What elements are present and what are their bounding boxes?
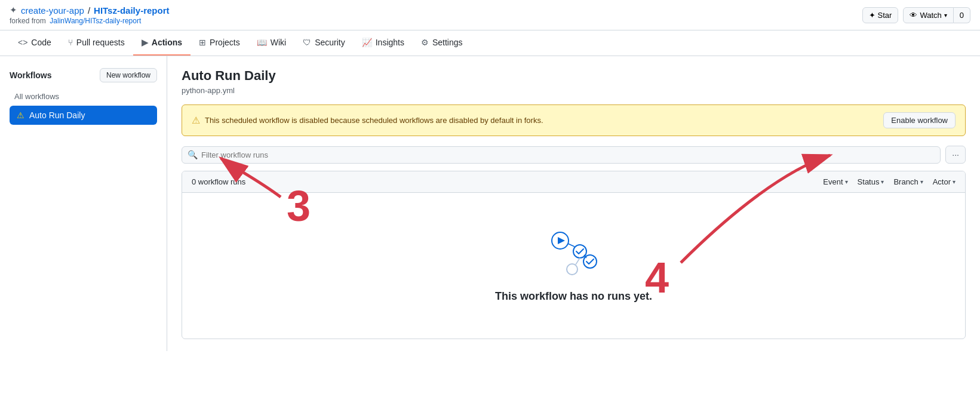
repo-icon: ✦	[10, 5, 17, 16]
more-options-button[interactable]: ···	[945, 146, 966, 164]
status-filter-dropdown[interactable]: Status ▾	[858, 177, 884, 186]
fork-text: forked from	[10, 17, 46, 25]
svg-marker-1	[558, 237, 565, 244]
settings-icon: ⚙	[421, 38, 429, 47]
tab-actions[interactable]: ▶ Actions	[133, 30, 191, 56]
tab-insights-label: Insights	[376, 38, 404, 47]
code-icon: <>	[18, 38, 27, 47]
repo-owner-link[interactable]: create-your-app	[21, 5, 84, 16]
repo-separator: /	[88, 5, 90, 16]
enable-workflow-button[interactable]: Enable workflow	[883, 112, 956, 128]
tab-actions-label: Actions	[152, 38, 182, 47]
tab-code-label: Code	[31, 38, 51, 47]
wiki-icon: 📖	[257, 38, 267, 47]
sidebar-item-auto-run-daily[interactable]: ⚠ Auto Run Daily	[10, 106, 157, 125]
workflow-file: python-app.yml	[182, 86, 966, 95]
tab-pull-requests[interactable]: ⑂ Pull requests	[60, 30, 133, 56]
watch-button[interactable]: 👁 Watch ▾	[903, 7, 953, 23]
filter-input[interactable]	[182, 146, 941, 164]
watch-label: Watch	[920, 11, 941, 20]
nav-tabs: <> Code ⑂ Pull requests ▶ Actions ⊞ Proj…	[0, 30, 980, 56]
actor-filter-label: Actor	[933, 177, 951, 186]
sidebar-header: Workflows New workflow	[10, 68, 157, 82]
tab-settings-label: Settings	[432, 38, 463, 47]
top-actions: ✦ Star 👁 Watch ▾ 0	[862, 7, 970, 23]
runs-count: 0 workflow runs	[192, 177, 245, 186]
tab-pull-requests-label: Pull requests	[76, 38, 125, 47]
tab-projects[interactable]: ⊞ Projects	[191, 30, 248, 56]
new-workflow-button[interactable]: New workflow	[100, 68, 157, 82]
sidebar-title: Workflows	[10, 70, 52, 80]
tab-settings[interactable]: ⚙ Settings	[413, 30, 471, 56]
empty-state-title: This workflow has no runs yet.	[495, 290, 652, 303]
svg-line-7	[576, 258, 580, 264]
tab-wiki[interactable]: 📖 Wiki	[248, 30, 294, 56]
branch-filter-label: Branch	[893, 177, 918, 186]
runs-table-header: 0 workflow runs Event ▾ Status ▾ Branch	[182, 171, 965, 193]
search-icon: 🔍	[188, 150, 198, 159]
chevron-down-icon: ▾	[944, 12, 947, 19]
branch-filter-dropdown[interactable]: Branch ▾	[893, 177, 923, 186]
all-workflows-link[interactable]: All workflows	[10, 90, 157, 103]
filter-input-wrapper: 🔍	[182, 146, 941, 164]
warning-triangle-icon: ⚠	[192, 115, 200, 126]
tab-security-label: Security	[315, 38, 345, 47]
actor-filter-dropdown[interactable]: Actor ▾	[933, 177, 956, 186]
svg-line-5	[568, 244, 575, 247]
star-button[interactable]: ✦ Star	[862, 7, 899, 23]
tab-projects-label: Projects	[210, 38, 240, 47]
status-chevron-icon: ▾	[881, 179, 884, 185]
branch-chevron-icon: ▾	[920, 179, 923, 185]
fork-source-link[interactable]: JalinWang/HITsz-daily-report	[50, 17, 141, 25]
projects-icon: ⊞	[199, 38, 206, 47]
workflow-item-label: Auto Run Daily	[29, 110, 85, 120]
workflow-illustration	[547, 229, 601, 278]
svg-point-4	[567, 264, 577, 275]
security-icon: 🛡	[303, 38, 311, 47]
warning-message-container: ⚠ This scheduled workflow is disabled be…	[192, 115, 543, 126]
main-content: Workflows New workflow All workflows ⚠ A…	[0, 56, 980, 351]
runs-table: 0 workflow runs Event ▾ Status ▾ Branch	[182, 171, 966, 339]
content-area: Auto Run Daily python-app.yml ⚠ This sch…	[167, 56, 980, 351]
sidebar: Workflows New workflow All workflows ⚠ A…	[0, 56, 167, 351]
top-bar: ✦ create-your-app / HITsz-daily-report f…	[0, 0, 980, 30]
insights-icon: 📈	[362, 38, 372, 47]
workflow-title: Auto Run Daily	[182, 68, 966, 84]
eye-icon: 👁	[910, 11, 917, 20]
actor-chevron-icon: ▾	[953, 179, 956, 185]
status-filter-label: Status	[858, 177, 880, 186]
watch-count[interactable]: 0	[954, 7, 970, 23]
event-chevron-icon: ▾	[845, 179, 848, 185]
filter-bar: 🔍 ···	[182, 146, 966, 164]
tab-wiki-label: Wiki	[271, 38, 286, 47]
tab-code[interactable]: <> Code	[10, 30, 60, 56]
actions-icon: ▶	[142, 38, 148, 47]
workflow-warning-icon: ⚠	[17, 110, 24, 120]
star-icon: ✦	[869, 11, 875, 20]
repo-name-link[interactable]: HITsz-daily-report	[94, 5, 169, 16]
warning-message-text: This scheduled workflow is disabled beca…	[205, 116, 543, 125]
event-filter-label: Event	[823, 177, 843, 186]
pull-request-icon: ⑂	[68, 38, 73, 47]
warning-banner: ⚠ This scheduled workflow is disabled be…	[182, 104, 966, 136]
tab-security[interactable]: 🛡 Security	[294, 30, 354, 56]
tab-insights[interactable]: 📈 Insights	[354, 30, 413, 56]
filter-dropdowns: Event ▾ Status ▾ Branch ▾ Actor	[823, 177, 956, 186]
empty-state: This workflow has no runs yet.	[182, 193, 965, 339]
event-filter-dropdown[interactable]: Event ▾	[823, 177, 847, 186]
